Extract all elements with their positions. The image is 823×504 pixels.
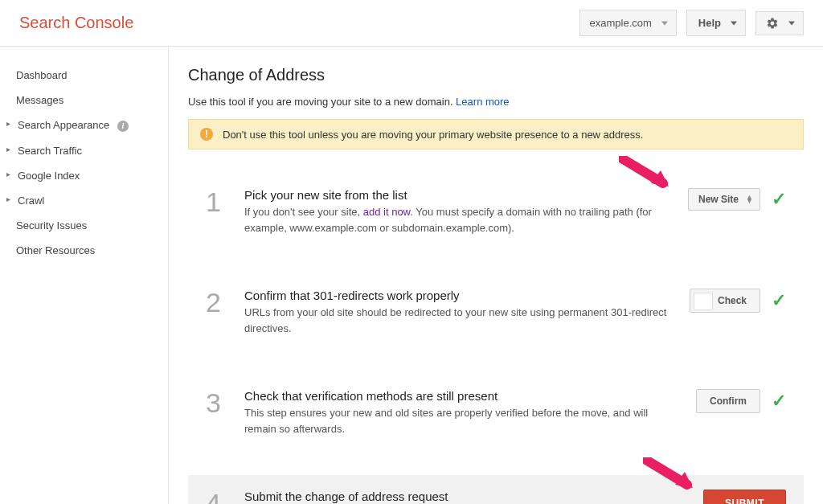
help-button[interactable]: Help	[686, 10, 746, 36]
step-desc: URLs from your old site should be redire…	[244, 305, 674, 336]
confirm-button[interactable]: Confirm	[696, 389, 760, 413]
main-content: Change of Address Use this tool if you a…	[169, 47, 823, 504]
sidebar-item-label: Search Appearance	[18, 119, 109, 131]
sidebar-item-search-traffic[interactable]: Search Traffic	[0, 138, 168, 163]
step-number: 2	[206, 289, 228, 316]
step-number: 1	[206, 188, 228, 215]
annotation-arrow	[619, 156, 675, 193]
step-desc: This step ensures your new and old sites…	[244, 405, 680, 436]
step-title: Pick your new site from the list	[244, 188, 672, 202]
check-button[interactable]: Check	[690, 289, 760, 313]
new-site-select[interactable]: New Site ▲▼	[688, 188, 760, 211]
sidebar-item-search-appearance[interactable]: Search Appearance i	[0, 113, 168, 138]
warning-box: ! Don't use this tool unless you are mov…	[188, 119, 804, 150]
checkmark-icon: ✓	[772, 391, 786, 412]
warning-icon: !	[200, 128, 213, 141]
step-number: 4	[206, 490, 228, 504]
sidebar-item-google-index[interactable]: Google Index	[0, 163, 168, 188]
sidebar: Dashboard Messages Search Appearance i S…	[0, 47, 169, 504]
checkmark-icon: ✓	[772, 290, 786, 311]
learn-more-link[interactable]: Learn more	[456, 96, 509, 108]
step-1: 1 Pick your new site from the list If yo…	[188, 174, 804, 250]
step-number: 3	[206, 389, 228, 416]
checkmark-icon: ✓	[772, 189, 786, 210]
property-selector[interactable]: example.com	[579, 10, 677, 36]
sidebar-item-other-resources[interactable]: Other Resources	[0, 238, 168, 263]
submit-button[interactable]: SUBMIT	[703, 490, 786, 504]
sidebar-item-security-issues[interactable]: Security Issues	[0, 213, 168, 238]
add-site-link[interactable]: add it now	[363, 206, 411, 218]
step-desc: If you don't see your site, add it now. …	[244, 204, 672, 236]
page-title: Change of Address	[188, 66, 804, 84]
step-4: 4 Submit the change of address request T…	[188, 475, 804, 504]
sort-icon: ▲▼	[746, 195, 753, 204]
page-subtitle: Use this tool if you are moving your sit…	[188, 96, 804, 108]
sidebar-item-messages[interactable]: Messages	[0, 88, 168, 113]
gear-icon	[766, 17, 779, 30]
step-2: 2 Confirm that 301-redirects work proper…	[188, 274, 804, 350]
sidebar-item-dashboard[interactable]: Dashboard	[0, 63, 168, 88]
sidebar-item-crawl[interactable]: Crawl	[0, 188, 168, 213]
info-icon[interactable]: i	[117, 121, 129, 132]
step-3: 3 Check that verification methods are st…	[188, 375, 804, 451]
step-title: Submit the change of address request	[244, 490, 687, 503]
annotation-arrow	[643, 457, 699, 494]
step-title: Confirm that 301-redirects work properly	[244, 289, 674, 302]
logo[interactable]: Search Console	[19, 14, 579, 32]
step-title: Check that verification methods are stil…	[244, 389, 680, 403]
settings-button[interactable]	[755, 11, 804, 35]
warning-text: Don't use this tool unless you are movin…	[223, 129, 643, 141]
